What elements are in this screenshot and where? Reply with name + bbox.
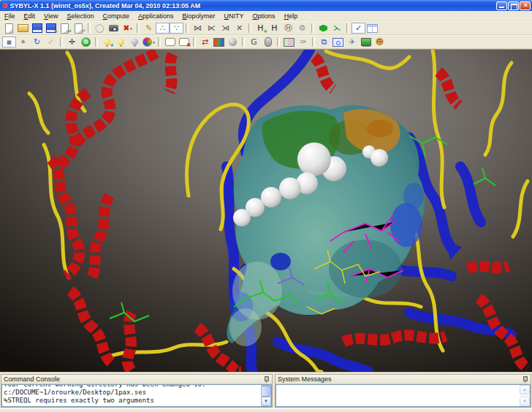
lighting-sphere-icon[interactable]: [226, 37, 240, 47]
join-fragments-icon[interactable]: ⋈: [191, 23, 205, 34]
menu-compute[interactable]: Compute: [98, 12, 134, 20]
light-on-icon[interactable]: [114, 37, 128, 47]
dropdown-caret-icon: ▾: [130, 26, 132, 31]
console-output[interactable]: Your current working directory has been …: [2, 385, 260, 406]
color-palette-icon[interactable]: ▾: [142, 37, 156, 47]
break-bond-icon[interactable]: ✕: [232, 23, 246, 34]
viewport-3d[interactable]: [0, 49, 532, 372]
toolbar-separator: [137, 23, 140, 33]
toolbar-separator: [95, 37, 98, 47]
geometry-constraint-icon[interactable]: G: [247, 37, 261, 47]
open-file-icon[interactable]: [16, 23, 30, 34]
new-file-icon[interactable]: [2, 23, 16, 34]
benzene-ring-icon[interactable]: [316, 23, 330, 34]
menu-selection[interactable]: Selection: [62, 12, 98, 20]
menu-file[interactable]: File: [0, 12, 20, 20]
substituent-icon[interactable]: ⋋: [330, 23, 344, 34]
scroll-up-icon[interactable]: ▲: [520, 385, 530, 394]
restore-button[interactable]: [508, 1, 519, 10]
hydrogens-icon[interactable]: H: [267, 23, 281, 34]
save-as-icon[interactable]: ✎: [44, 23, 58, 34]
toolbar-separator: [346, 23, 349, 33]
command-console-panel: Command Console Your current working dir…: [1, 374, 273, 408]
add-light-icon[interactable]: +: [100, 37, 114, 47]
session-monitor-icon[interactable]: [331, 37, 345, 47]
close-button[interactable]: ×: [520, 1, 531, 10]
system-messages-header: System Messages: [276, 375, 531, 384]
undo-ring-icon[interactable]: ◯: [93, 23, 107, 34]
menu-options[interactable]: Options: [248, 12, 280, 20]
menu-help[interactable]: Help: [280, 12, 303, 20]
system-messages-panel: System Messages ▲ ▼: [275, 374, 531, 408]
menu-view[interactable]: View: [39, 12, 62, 20]
scrollbar-thumb[interactable]: [261, 386, 271, 397]
hide-hydrogens-icon[interactable]: Ⓗ: [281, 23, 295, 34]
merge-molecules-icon[interactable]: ⋉: [205, 23, 218, 34]
edit-molecule-icon[interactable]: ∵: [170, 23, 183, 34]
console-scrollbar[interactable]: ▲ ▼: [261, 385, 271, 406]
remote-display-icon[interactable]: [359, 37, 373, 47]
toolbar-separator: [311, 23, 314, 33]
display-options-icon[interactable]: [212, 37, 226, 47]
restore-icon: [511, 4, 517, 10]
translate-mode-icon[interactable]: ✛: [65, 37, 79, 47]
toolbar-separator: [242, 37, 245, 47]
clear-scene-icon[interactable]: ✑: [296, 37, 310, 47]
screen-capture-icon[interactable]: [107, 23, 121, 34]
remove-label-icon[interactable]: ✖: [177, 37, 191, 47]
view-molecule-icon[interactable]: ∴: [156, 23, 170, 34]
menu-unity[interactable]: UNITY: [220, 12, 248, 20]
toolbar-separator: [60, 37, 63, 47]
title-bar: ✱ SYBYL-X 1.1 (winnt_os5x), Created Mar …: [0, 0, 532, 11]
toolbar-separator: [186, 23, 189, 33]
command-console-body[interactable]: Your current working directory has been …: [1, 384, 272, 407]
bottom-panels: Command Console Your current working dir…: [0, 372, 532, 408]
fit-view-icon[interactable]: ⌖: [16, 37, 30, 47]
toolbar-separator: [248, 23, 251, 33]
scene-preview-icon[interactable]: [282, 37, 296, 47]
mouse-settings-icon[interactable]: [261, 37, 275, 47]
window-title: SYBYL-X 1.1 (winnt_os5x), Created Mar 04…: [10, 2, 495, 9]
add-hydrogens-icon[interactable]: H+: [254, 23, 267, 34]
status-bar: Default Molecule: M1 :: Default Director…: [0, 408, 532, 412]
toolbar-row-1: ✎↵↗◯✖▾✎∴∵⋈⋉⋊✕H+HⒽ⚙⋋✓: [0, 21, 532, 35]
send-remote-icon[interactable]: ✈: [345, 37, 359, 47]
scroll-down-icon[interactable]: ▼: [520, 397, 530, 406]
molecule-table-icon[interactable]: [365, 23, 379, 34]
pin-icon[interactable]: [264, 375, 270, 383]
menu-bar: FileEditViewSelectionComputeApplications…: [0, 11, 532, 21]
menu-biopolymer[interactable]: Biopolymer: [178, 12, 220, 20]
toolbar-row-2: ▪⌖↻✓✛♻+▾✖⇄G✑⧉✈☻: [0, 35, 532, 49]
user-session-icon[interactable]: ☻: [373, 37, 387, 47]
close-icon: ×: [520, 1, 531, 9]
sketch-pencil-icon[interactable]: ✎: [142, 23, 156, 34]
apply-changes-icon[interactable]: ✓: [44, 37, 58, 47]
menu-edit[interactable]: Edit: [20, 12, 40, 20]
atom-select-table-icon[interactable]: ✓: [352, 23, 365, 34]
label-icon[interactable]: [163, 37, 177, 47]
center-view-icon[interactable]: ▪: [2, 37, 16, 47]
window-stack-icon[interactable]: ⧉: [317, 37, 331, 47]
export-file-icon[interactable]: ↗: [72, 23, 86, 34]
swap-display-icon[interactable]: ⇄: [198, 37, 212, 47]
minimize-icon: [499, 7, 504, 8]
light-off-icon[interactable]: [128, 37, 142, 47]
import-file-icon[interactable]: ↵: [58, 23, 72, 34]
scroll-down-icon[interactable]: ▼: [261, 397, 271, 406]
console-line: %STREQL requires exactly two arguments: [4, 397, 259, 405]
save-icon[interactable]: [30, 23, 44, 34]
delete-x-icon[interactable]: ✖▾: [121, 23, 134, 34]
app-logo-icon: ✱: [2, 2, 8, 9]
messages-scrollbar[interactable]: ▲ ▼: [520, 385, 530, 406]
recycle-view-icon[interactable]: ♻: [79, 37, 93, 47]
toolbar-separator: [277, 37, 280, 47]
system-messages-body[interactable]: ▲ ▼: [276, 384, 531, 407]
pin-icon[interactable]: [522, 375, 528, 383]
split-molecule-icon[interactable]: ⋊: [218, 23, 232, 34]
sybyl-window: { "window": { "title": "SYBYL-X 1.1 (win…: [0, 0, 532, 412]
minimize-button[interactable]: [496, 1, 507, 10]
refresh-display-icon[interactable]: ↻: [30, 37, 44, 47]
tools-icon[interactable]: ⚙: [295, 23, 309, 34]
toolbar-separator: [158, 37, 161, 47]
menu-applications[interactable]: Applications: [134, 12, 178, 20]
